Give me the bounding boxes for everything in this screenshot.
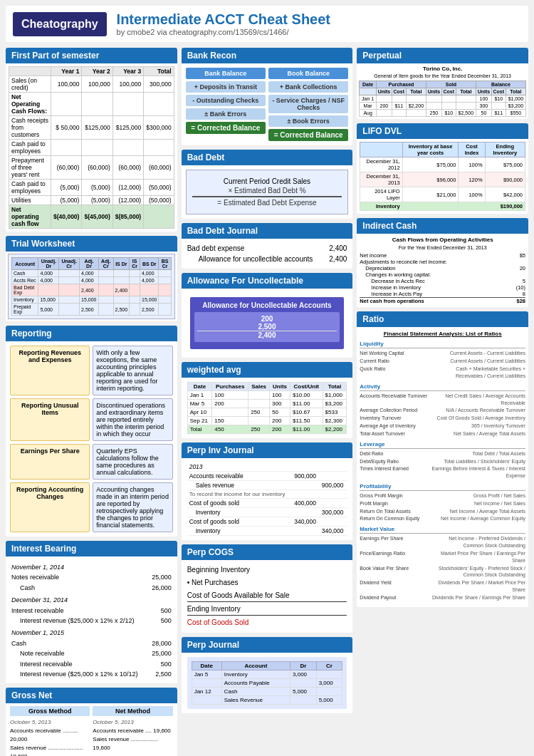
ratio-row: Current RatioCurrent Assets / Current Li… xyxy=(360,358,525,365)
reporting-desc-changes: Accounting changes made in an interim pe… xyxy=(93,482,172,532)
recon-grid: Bank Balance + Deposits in Transit - Out… xyxy=(182,63,353,145)
perpetual-body: Torino Co, Inc. General of Item goods fo… xyxy=(357,63,528,119)
interest-date-2: December 31, 2014 xyxy=(11,595,172,605)
interest-row: Note receivable25,000 xyxy=(11,648,172,658)
interest-body: November 1, 2014 Notes receivable25,000 … xyxy=(6,556,177,683)
fps-row: Cash paid to employees xyxy=(9,140,51,156)
reporting-desc-unusual: Discontinued operations and extraordinar… xyxy=(93,398,172,441)
cogs-available: Cost of Goods Available for Sale xyxy=(187,590,347,602)
fps-row: Utilities xyxy=(9,196,51,205)
ratio-row: Price/Earnings RatioMarket Price Per Sha… xyxy=(360,550,525,564)
fps-row: Net Operating Cash Flows: xyxy=(9,93,51,116)
table-row: Net income $5 xyxy=(360,252,525,259)
col-y3: Year 3 xyxy=(112,67,143,76)
ratio-row: Total Asset TurnoverNet Sales / Average … xyxy=(360,430,525,437)
interest-row: Interest revenue ($25,000 x 12% x 2/12)5… xyxy=(11,616,172,626)
recon-left-col: Bank Balance + Deposits in Transit - Out… xyxy=(186,68,266,141)
table-row: Increase in Accts Pay 8 xyxy=(360,291,525,298)
table-row: Inventory 15,000 15,000 15,000 xyxy=(12,296,172,304)
gross-date: October 5, 2013 xyxy=(10,718,90,727)
card-perp-cogs: Perp COGS Beginning Inventory Net Purcha… xyxy=(182,544,353,633)
indirect-cash-body: Cash Flows from Operating Activities For… xyxy=(357,234,528,307)
card-ratio: Ratio Financial Statement Analysis: List… xyxy=(357,311,528,607)
col-desc xyxy=(9,67,51,76)
bad-debt-formula: Current Period Credit Sales × Estimated … xyxy=(186,170,349,214)
cogs-ending: Ending Inventory xyxy=(187,604,347,616)
table-row: Cost of goods sold400,000 xyxy=(187,499,347,508)
card-indirect-cash: Indirect Cash Cash Flows from Operating … xyxy=(357,218,528,307)
ratio-row: Profit MarginNet Income / Net Sales xyxy=(360,500,525,507)
table-row: Jan 5 Inventory 3,000 xyxy=(192,670,342,679)
recon-right-col: Book Balance + Bank Collections - Servic… xyxy=(268,68,348,141)
ratio-row: Return On Common EquityNet Income / Aver… xyxy=(360,515,525,522)
gross-method-col: Gross Method October 5, 2013 Accounts re… xyxy=(10,706,90,756)
tw-col: IS Dr xyxy=(113,258,130,270)
net-method-title: Net Method xyxy=(93,706,172,716)
indirect-cash-table: Net income $5 Adjustments to reconcile n… xyxy=(360,252,525,304)
wa-col: Units xyxy=(270,383,290,391)
interest-content: November 1, 2014 Notes receivable25,000 … xyxy=(11,562,172,679)
table-row: Bad Debt Exp 2,400 2,400 xyxy=(12,284,172,296)
allowance-values: 200 2,500 2,400 xyxy=(194,312,340,342)
table-row: 2014 LIFO Layer $21,000 100% $42,000 xyxy=(360,187,525,202)
tw-col: Adj. Dr xyxy=(80,258,99,270)
ratio-section-activity: Activity Accounts Receivable TurnoverNet… xyxy=(360,383,525,437)
tw-col: BS Cr xyxy=(159,258,171,270)
table-row: Changes in working capital: xyxy=(360,271,525,278)
journal-entry-credit: Allowance for uncollectible accounts 2,4… xyxy=(187,254,347,264)
first-part-header: First Part of semester xyxy=(6,48,177,63)
gross-net-body: Gross Method October 5, 2013 Accounts re… xyxy=(6,703,177,756)
ratio-body: Financial Statement Analysis: List of Ra… xyxy=(357,327,528,607)
journal-entry-debit: Bad debt expense 2,400 xyxy=(187,243,347,254)
ratio-main-title: Financial Statement Analysis: List of Ra… xyxy=(360,330,525,338)
service-charges-box: - Service Charges / NSF Checks xyxy=(268,95,348,113)
corrected-balance-left-box: = Corrected Balance xyxy=(186,122,266,134)
reporting-header: Reporting xyxy=(6,326,177,341)
table-row: Decrease in Accts Rec 5 xyxy=(360,278,525,284)
perp-inv-journal-header: Perp Inv Journal xyxy=(182,442,353,458)
cogs-sold: Cost of Goods Sold xyxy=(187,617,347,628)
table-row: Sep 21150200$11.50$2,300 xyxy=(187,417,347,425)
gross-method-title: Gross Method xyxy=(10,706,90,716)
allowance-header: Allowance For Uncollectable xyxy=(182,273,353,289)
interest-row: Cash28,000 xyxy=(11,638,172,648)
card-bank-recon: Bank Recon Bank Balance + Deposits in Tr… xyxy=(182,48,353,145)
wa-col: Purchases xyxy=(212,383,248,391)
table-row: Sales Revenue 5,000 xyxy=(192,696,342,705)
interest-row: Interest receivable500 xyxy=(11,659,172,669)
corrected-balance-right-box: = Corrected Balance xyxy=(268,129,348,141)
ratio-row: Times Interest EarnedEarnings Before Int… xyxy=(360,465,525,480)
perp-journal-table: Date Account Dr Cr Jan 5 Inventory xyxy=(192,661,343,705)
interest-date-1: November 1, 2014 xyxy=(11,562,172,572)
interest-row: Cash26,000 xyxy=(11,583,172,593)
wa-col: Sales xyxy=(248,383,270,391)
table-row: Accounts receivable900,000 xyxy=(187,472,347,481)
table-row: Mar 5200300$11.00$3,200 xyxy=(187,400,347,408)
wa-col: Total xyxy=(323,383,347,391)
perpetual-note: General of Item goods for the Year Ended… xyxy=(359,73,526,78)
table-row: Prepaid Exp 5,000 2,500 2,500 2,500 xyxy=(12,304,172,316)
reporting-desc-revenues: With only a few exceptions, the same acc… xyxy=(93,346,172,395)
gross-method-entries: October 5, 2013 Accounts receivable ....… xyxy=(10,718,90,756)
table-row: Adjustments to reconcile net income: xyxy=(360,259,525,265)
table-row: Cash 4,000 4,000 4,000 xyxy=(12,270,172,277)
page: Cheatography Intermediate ACCT Cheat She… xyxy=(0,0,534,756)
tw-col: BS Dr xyxy=(140,258,159,270)
table-row: Sales revenue900,000 xyxy=(187,481,347,490)
header: Cheatography Intermediate ACCT Cheat She… xyxy=(6,6,528,42)
interest-row: Notes receivable25,000 xyxy=(11,572,172,582)
indirect-cash-subtitle: For the Year Ended December 31, 2013 xyxy=(360,245,525,250)
ratio-row: Quick RatioCash + Marketable Securities … xyxy=(360,366,525,380)
tw-col: Adj. Cr xyxy=(98,258,113,270)
net-method-col: Net Method October 5, 2013 Accounts rece… xyxy=(93,706,172,756)
fps-row: Cash paid to employees xyxy=(9,180,51,196)
card-perp-journal: Perp Journal Date Account Dr Cr xyxy=(182,637,353,713)
ratio-row: Inventory TurnoverCost Of Goods Sold / A… xyxy=(360,415,525,422)
ratio-row: Earnings Per ShareNet Income - Preferred… xyxy=(360,535,525,549)
bank-collections-box: + Bank Collections xyxy=(268,81,348,93)
wa-col: Cost/Unit xyxy=(290,383,323,391)
ratio-section-market: Market Value Earnings Per ShareNet Incom… xyxy=(360,525,525,601)
perp-cogs-header: Perp COGS xyxy=(182,544,353,560)
ratio-section-profitability: Profitability Gross Profit MarginGross P… xyxy=(360,482,525,522)
allowance-title: Allowance for Uncollectable Accounts xyxy=(194,301,340,309)
